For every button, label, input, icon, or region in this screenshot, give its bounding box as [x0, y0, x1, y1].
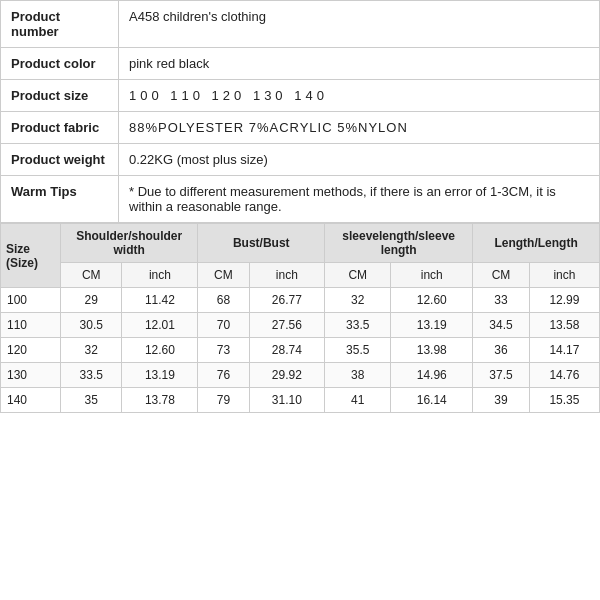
size-cell: 120	[1, 338, 61, 363]
size-measurement-table: Size (Size) Shoulder/shoulder width Bust…	[0, 223, 600, 413]
table-row: 1403513.787931.104116.143915.35	[1, 388, 600, 413]
product-size-value: 100 110 120 130 140	[119, 80, 600, 112]
measurement-cell: 32	[61, 338, 122, 363]
measurement-cell: 35	[61, 388, 122, 413]
measurement-cell: 13.19	[122, 363, 198, 388]
length-inch-header: inch	[529, 263, 599, 288]
measurement-cell: 14.76	[529, 363, 599, 388]
measurement-cell: 14.17	[529, 338, 599, 363]
shoulder-cm-header: CM	[61, 263, 122, 288]
sleeve-cm-header: CM	[325, 263, 391, 288]
bust-cm-header: CM	[198, 263, 249, 288]
size-col-header: Size (Size)	[1, 224, 61, 288]
measurement-cell: 32	[325, 288, 391, 313]
product-number-row: Product number A458 children's clothing	[1, 1, 600, 48]
measurement-cell: 34.5	[473, 313, 530, 338]
size-table-header-row: Size (Size) Shoulder/shoulder width Bust…	[1, 224, 600, 263]
product-number-value: A458 children's clothing	[119, 1, 600, 48]
measurement-cell: 29	[61, 288, 122, 313]
product-color-value: pink red black	[119, 48, 600, 80]
table-row: 1002911.426826.773212.603312.99	[1, 288, 600, 313]
table-row: 11030.512.017027.5633.513.1934.513.58	[1, 313, 600, 338]
measurement-cell: 41	[325, 388, 391, 413]
product-color-row: Product color pink red black	[1, 48, 600, 80]
size-cell: 130	[1, 363, 61, 388]
product-info-table: Product number A458 children's clothing …	[0, 0, 600, 223]
product-number-label: Product number	[1, 1, 119, 48]
bust-header: Bust/Bust	[198, 224, 325, 263]
measurement-cell: 33.5	[325, 313, 391, 338]
table-row: 1203212.607328.7435.513.983614.17	[1, 338, 600, 363]
bust-inch-header: inch	[249, 263, 325, 288]
measurement-cell: 35.5	[325, 338, 391, 363]
warm-tips-label: Warm Tips	[1, 176, 119, 223]
product-fabric-label: Product fabric	[1, 112, 119, 144]
size-cell: 110	[1, 313, 61, 338]
measurement-cell: 12.60	[391, 288, 473, 313]
measurement-cell: 33.5	[61, 363, 122, 388]
measurement-cell: 11.42	[122, 288, 198, 313]
product-fabric-row: Product fabric 88%POLYESTER 7%ACRYLIC 5%…	[1, 112, 600, 144]
product-fabric-value: 88%POLYESTER 7%ACRYLIC 5%NYLON	[119, 112, 600, 144]
measurement-cell: 26.77	[249, 288, 325, 313]
measurement-cell: 12.60	[122, 338, 198, 363]
sleeve-header: sleevelength/sleeve length	[325, 224, 473, 263]
measurement-cell: 36	[473, 338, 530, 363]
measurement-cell: 33	[473, 288, 530, 313]
measurement-cell: 15.35	[529, 388, 599, 413]
measurement-cell: 38	[325, 363, 391, 388]
measurement-cell: 27.56	[249, 313, 325, 338]
product-size-label: Product size	[1, 80, 119, 112]
measurement-cell: 76	[198, 363, 249, 388]
size-cell: 100	[1, 288, 61, 313]
shoulder-header: Shoulder/shoulder width	[61, 224, 198, 263]
measurement-cell: 14.96	[391, 363, 473, 388]
warm-tips-row: Warm Tips * Due to different measurement…	[1, 176, 600, 223]
measurement-cell: 68	[198, 288, 249, 313]
measurement-cell: 12.01	[122, 313, 198, 338]
table-row: 13033.513.197629.923814.9637.514.76	[1, 363, 600, 388]
measurement-cell: 29.92	[249, 363, 325, 388]
sleeve-inch-header: inch	[391, 263, 473, 288]
measurement-cell: 30.5	[61, 313, 122, 338]
measurement-cell: 13.58	[529, 313, 599, 338]
measurement-cell: 28.74	[249, 338, 325, 363]
measurement-cell: 31.10	[249, 388, 325, 413]
measurement-cell: 70	[198, 313, 249, 338]
product-weight-row: Product weight 0.22KG (most plus size)	[1, 144, 600, 176]
measurement-cell: 16.14	[391, 388, 473, 413]
measurement-cell: 37.5	[473, 363, 530, 388]
measurement-cell: 73	[198, 338, 249, 363]
product-weight-value: 0.22KG (most plus size)	[119, 144, 600, 176]
warm-tips-value: * Due to different measurement methods, …	[119, 176, 600, 223]
measurement-cell: 39	[473, 388, 530, 413]
length-cm-header: CM	[473, 263, 530, 288]
measurement-cell: 13.78	[122, 388, 198, 413]
shoulder-inch-header: inch	[122, 263, 198, 288]
product-size-row: Product size 100 110 120 130 140	[1, 80, 600, 112]
measurement-cell: 13.19	[391, 313, 473, 338]
product-weight-label: Product weight	[1, 144, 119, 176]
size-table-subheader-row: CM inch CM inch CM inch CM inch	[1, 263, 600, 288]
measurement-cell: 79	[198, 388, 249, 413]
product-color-label: Product color	[1, 48, 119, 80]
measurement-cell: 13.98	[391, 338, 473, 363]
size-cell: 140	[1, 388, 61, 413]
length-header: Length/Length	[473, 224, 600, 263]
measurement-cell: 12.99	[529, 288, 599, 313]
